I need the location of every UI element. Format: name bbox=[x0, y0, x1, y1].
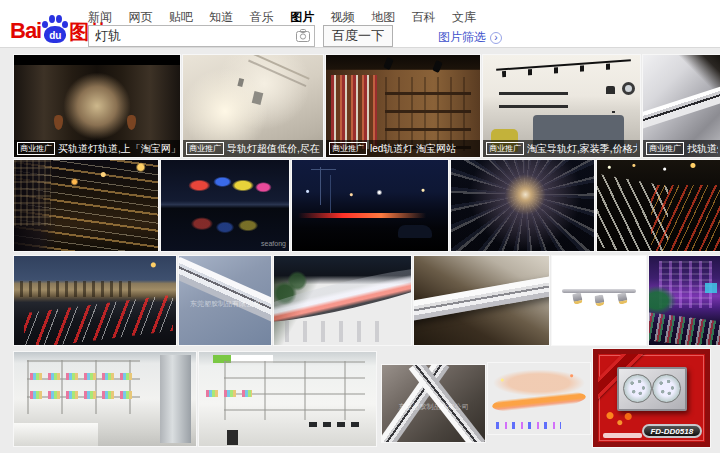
spot-lamp bbox=[572, 293, 583, 306]
ad-badge: 商业推广 bbox=[486, 142, 524, 155]
nav-item-zhidao[interactable]: 知道 bbox=[209, 9, 233, 26]
decor-butterflies bbox=[603, 409, 637, 432]
ad-badge: 商业推广 bbox=[329, 142, 367, 155]
image-result-rail-closeup[interactable] bbox=[414, 256, 549, 345]
red-light-trails bbox=[651, 185, 720, 251]
ad-caption: 买轨道灯轨道,上「淘宝网」!品质家装… bbox=[58, 142, 177, 156]
blue-purple-lights bbox=[496, 422, 561, 429]
image-filter-link[interactable]: 图片筛选 bbox=[438, 29, 502, 46]
curved-road bbox=[274, 260, 411, 328]
wall-shelves bbox=[499, 92, 568, 95]
ad-caption-bar: 商业推广 淘宝导轨灯,家装季,价格大降,狂送… bbox=[483, 140, 640, 157]
two-head-grille-spotlight bbox=[617, 367, 687, 411]
header-bar: Bai du 图片 新闻 网页 贴吧 知道 音乐 图片 视频 地图 百科 文库 … bbox=[0, 0, 720, 48]
ad-caption-bar: 商业推广 买轨道灯轨道,上「淘宝网」!品质家装… bbox=[14, 140, 180, 157]
nav-item-video[interactable]: 视频 bbox=[331, 9, 355, 26]
nav-item-map[interactable]: 地图 bbox=[371, 9, 395, 26]
top-navigation: 新闻 网页 贴吧 知道 音乐 图片 视频 地图 百科 文库 bbox=[88, 7, 488, 23]
nav-item-music[interactable]: 音乐 bbox=[250, 9, 274, 26]
track-spotlight bbox=[252, 91, 264, 105]
image-result-golden-light-trails[interactable] bbox=[14, 160, 158, 251]
image-result-led-grille-spotlight-product-card[interactable]: FD-DD0518 bbox=[593, 349, 710, 447]
image-result-crossed-aluminum-profiles[interactable]: 东莞塑胶制品有限公司 bbox=[382, 365, 485, 442]
image-filter-label: 图片筛选 bbox=[438, 29, 486, 46]
nav-item-news[interactable]: 新闻 bbox=[88, 9, 112, 26]
image-result-purple-city-trails[interactable] bbox=[649, 256, 720, 345]
colored-light-trails bbox=[649, 312, 720, 345]
red-light-trail bbox=[298, 213, 426, 218]
building-windows bbox=[14, 160, 51, 226]
search-input[interactable] bbox=[88, 25, 315, 47]
image-result-track-rail-profile[interactable]: 商业推广 找轨道灯轨道… bbox=[643, 55, 720, 157]
image-result-shop-display-shelves-2[interactable] bbox=[199, 352, 376, 446]
products-row bbox=[206, 390, 252, 398]
car-silhouette bbox=[398, 225, 432, 239]
building-arches bbox=[20, 281, 137, 297]
ad-caption-bar: 商业推广 导轨灯超值低价,尽在淘宝! bbox=[183, 140, 323, 157]
image-result-colosseum-traffic-trails[interactable] bbox=[14, 256, 176, 345]
ceiling-pipe bbox=[251, 55, 309, 80]
stool bbox=[227, 430, 238, 445]
white-rail bbox=[414, 274, 549, 322]
ad-badge: 商业推广 bbox=[17, 142, 55, 155]
book-spines bbox=[331, 75, 377, 148]
led-cluster bbox=[652, 374, 681, 403]
image-result-bookshelf-track-lights[interactable]: 商业推广 led轨道灯 淘宝网站 bbox=[326, 55, 480, 157]
ad-caption: 找轨道灯轨道… bbox=[687, 142, 718, 156]
orange-light-trail bbox=[491, 388, 586, 415]
image-result-night-interchange-trails[interactable] bbox=[488, 363, 590, 434]
track-spotlight bbox=[432, 60, 443, 73]
nav-item-wenku[interactable]: 文库 bbox=[452, 9, 476, 26]
image-result-elevated-highway-night[interactable] bbox=[274, 256, 411, 345]
nav-item-images[interactable]: 图片 bbox=[290, 9, 314, 26]
search-button[interactable]: 百度一下 bbox=[323, 25, 393, 47]
nav-item-web[interactable]: 网页 bbox=[128, 9, 152, 26]
bridge-pillars bbox=[285, 321, 386, 342]
ad-caption: 淘宝导轨灯,家装季,价格大降,狂送… bbox=[527, 142, 637, 156]
led-cluster bbox=[623, 374, 652, 403]
phone-text-strip bbox=[603, 433, 642, 438]
led-screen bbox=[705, 283, 717, 294]
image-result-track-light-hallway[interactable]: 商业推广 买轨道灯轨道,上「淘宝网」!品质家装… bbox=[14, 55, 180, 157]
ad-caption: 导轨灯超值低价,尽在淘宝! bbox=[227, 142, 320, 156]
baidu-paw-icon: du bbox=[42, 14, 68, 44]
round-mirror bbox=[622, 82, 635, 95]
ad-caption-bar: 商业推广 找轨道灯轨道… bbox=[643, 140, 720, 157]
image-result-white-track-profile[interactable]: 东莞塑胶制品有限公司 bbox=[179, 256, 271, 345]
image-result-three-spot-track-fixture[interactable] bbox=[552, 256, 646, 345]
nav-item-tieba[interactable]: 贴吧 bbox=[169, 9, 193, 26]
street-lights bbox=[292, 187, 448, 198]
decor-vase bbox=[127, 115, 136, 130]
image-result-shop-display-shelves-1[interactable] bbox=[14, 352, 196, 446]
watermark: seafong bbox=[261, 240, 286, 247]
ad-caption-bar: 商业推广 led轨道灯 淘宝网站 bbox=[326, 140, 480, 157]
image-result-ceiling-track-spotlight[interactable]: 商业推广 导轨灯超值低价,尽在淘宝! bbox=[183, 55, 323, 157]
crane-jib bbox=[311, 169, 336, 170]
chevron-right-icon bbox=[490, 32, 502, 44]
products-row bbox=[30, 373, 134, 381]
image-result-zoom-burst-city[interactable] bbox=[451, 160, 594, 251]
camera-search-icon[interactable] bbox=[296, 29, 310, 42]
tree bbox=[649, 286, 676, 314]
spot-lamp bbox=[595, 295, 605, 307]
plastic-rail bbox=[179, 257, 271, 324]
image-result-night-street-red-trails[interactable] bbox=[292, 160, 448, 251]
image-result-neon-building-reflection[interactable]: seafong bbox=[161, 160, 289, 251]
decor-vase bbox=[54, 115, 63, 130]
watermark: 东莞塑胶制品有限公司 bbox=[190, 299, 260, 309]
floor-lamp bbox=[606, 86, 615, 94]
ad-caption: led轨道灯 淘宝网站 bbox=[370, 142, 456, 156]
glass-column bbox=[160, 355, 191, 443]
product-model-label: FD-DD0518 bbox=[642, 424, 702, 438]
dark-devices bbox=[309, 422, 366, 428]
image-result-livingroom-track-lights[interactable]: 商业推广 淘宝导轨灯,家装季,价格大降,狂送… bbox=[483, 55, 640, 157]
red-light-trails bbox=[24, 295, 173, 345]
image-result-highway-light-trails[interactable] bbox=[597, 160, 720, 251]
counter bbox=[14, 423, 98, 446]
image-results-grid: 商业推广 买轨道灯轨道,上「淘宝网」!品质家装… 商业推广 导轨灯超值低价,尽在… bbox=[0, 48, 720, 453]
ad-badge: 商业推广 bbox=[646, 142, 684, 155]
spot-lamp bbox=[617, 293, 628, 306]
track-spotlight bbox=[383, 57, 394, 70]
nav-item-baike[interactable]: 百科 bbox=[412, 9, 436, 26]
display-shelves bbox=[27, 360, 140, 415]
